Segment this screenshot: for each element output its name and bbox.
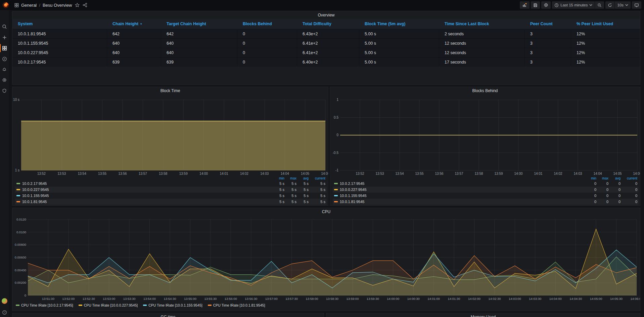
- svg-text:13:54:30: 13:54:30: [164, 297, 176, 301]
- table-cell: 12%: [571, 29, 640, 38]
- panel-title-gc-time[interactable]: GC time: [12, 313, 324, 317]
- column-header[interactable]: Total Difficulty: [297, 19, 359, 29]
- table-cell: 640: [107, 48, 161, 57]
- legend-series-label[interactable]: CPU Time IRate [10.0.0.227:9545]: [79, 303, 138, 307]
- svg-text:14:04:00: 14:04:00: [549, 297, 562, 301]
- legend-stat-header[interactable]: avg: [608, 176, 620, 180]
- legend-stat-header[interactable]: avg: [296, 176, 309, 180]
- legend-series-label[interactable]: 10.0.2.17:9545: [16, 182, 272, 186]
- svg-text:13:54: 13:54: [395, 172, 404, 175]
- legend-stat-value: 0: [608, 194, 620, 198]
- zoom-out-button[interactable]: [595, 1, 604, 9]
- dashboard-settings-button[interactable]: [541, 1, 551, 9]
- explore-compass-icon[interactable]: [0, 54, 9, 64]
- column-header[interactable]: % Peer Limit Used: [571, 19, 640, 29]
- series-color-swatch: [334, 183, 338, 184]
- svg-text:14:02:00: 14:02:00: [468, 297, 480, 301]
- table-cell: 10.0.0.227:9545: [12, 48, 107, 57]
- svg-text:13:52:30: 13:52:30: [83, 297, 95, 301]
- blocks-behind-chart[interactable]: 10.50-0.5-113:5213:5313:5413:5513:5613:5…: [330, 95, 640, 177]
- dashboards-icon[interactable]: [0, 43, 9, 53]
- legend-series-label[interactable]: 10.0.0.227:9545: [334, 188, 584, 192]
- legend-stat-value: 0: [584, 188, 596, 192]
- series-color-swatch: [334, 189, 338, 190]
- column-header[interactable]: Chain Height▾: [107, 19, 161, 29]
- legend-series-label[interactable]: 10.0.1.81:9545: [334, 200, 584, 204]
- svg-text:13:57:00: 13:57:00: [265, 297, 278, 301]
- column-header[interactable]: System: [12, 19, 107, 29]
- legend-series-label[interactable]: CPU Time IRate [10.0.1.81:9545]: [208, 303, 265, 307]
- svg-text:14:01:30: 14:01:30: [448, 297, 460, 301]
- grafana-logo-icon[interactable]: [2, 1, 9, 9]
- table-cell: 6.40e+2: [297, 57, 359, 67]
- column-header[interactable]: Peer Count: [525, 19, 571, 29]
- alerting-bell-icon[interactable]: [0, 65, 9, 74]
- legend-series-label[interactable]: CPU Time IRate [10.0.2.17:9545]: [16, 303, 73, 307]
- panel-title-overview[interactable]: Overview: [12, 11, 640, 19]
- legend-series-label[interactable]: 10.0.0.227:9545: [16, 188, 272, 192]
- cpu-legend: CPU Time IRate [10.0.2.17:9545]CPU Time …: [16, 303, 265, 307]
- help-icon[interactable]: ?: [0, 308, 9, 317]
- block-time-chart[interactable]: 10 s1 s13:5213:5313:5413:5513:5613:5713:…: [12, 95, 328, 177]
- column-header[interactable]: Block Time (5m avg): [359, 19, 439, 29]
- legend-series-label[interactable]: 10.0.2.17:9545: [334, 182, 584, 186]
- create-plus-icon[interactable]: [0, 33, 9, 42]
- panel-memory-used: Memory Used: [326, 313, 640, 317]
- share-icon[interactable]: [83, 3, 87, 7]
- svg-text:1: 1: [336, 98, 338, 102]
- breadcrumb-dashboard-title[interactable]: Besu Overview: [43, 3, 72, 8]
- legend-stat-value: 5 s: [284, 200, 296, 204]
- svg-text:13:53:30: 13:53:30: [123, 297, 136, 301]
- svg-text:14:05:00: 14:05:00: [590, 297, 602, 301]
- legend-series-label[interactable]: 10.0.1.155:9545: [334, 194, 584, 198]
- table-cell: 3: [525, 29, 571, 38]
- panel-title-cpu[interactable]: CPU: [12, 208, 640, 215]
- legend-stat-header[interactable]: min: [272, 176, 284, 180]
- blocks-behind-legend: minmaxavgcurrent10.0.2.17:9545000010.0.0…: [333, 176, 639, 205]
- column-header[interactable]: Blocks Behind: [237, 19, 297, 29]
- legend-stat-value: 5 s: [309, 200, 325, 204]
- configuration-gear-icon[interactable]: [0, 75, 9, 85]
- legend-stat-value: 5 s: [309, 188, 325, 192]
- star-icon[interactable]: [75, 3, 80, 7]
- legend-stat-header[interactable]: max: [284, 176, 296, 180]
- breadcrumb-folder[interactable]: General: [21, 3, 37, 8]
- svg-text:13:57:30: 13:57:30: [285, 297, 298, 301]
- svg-text:13:53:00: 13:53:00: [103, 297, 115, 301]
- cpu-chart[interactable]: 0.01200.01000.008000.006000.004000.00200…: [12, 216, 640, 304]
- svg-text:10 s: 10 s: [13, 98, 19, 102]
- legend-series-label[interactable]: CPU Time IRate [10.0.1.155:9545]: [143, 303, 202, 307]
- panel-title-memory-used[interactable]: Memory Used: [326, 313, 640, 317]
- svg-text:14:00:30: 14:00:30: [407, 297, 420, 301]
- server-admin-shield-icon[interactable]: [0, 86, 9, 95]
- save-dashboard-button[interactable]: [531, 1, 540, 9]
- search-icon[interactable]: [0, 22, 9, 31]
- user-avatar[interactable]: [0, 296, 9, 306]
- refresh-interval-picker[interactable]: 10s: [614, 1, 631, 9]
- panel-title-block-time[interactable]: Block Time: [12, 87, 328, 94]
- legend-stat-header[interactable]: max: [596, 176, 608, 180]
- series-color-swatch: [334, 201, 338, 202]
- panel-title-blocks-behind[interactable]: Blocks Behind: [330, 87, 640, 94]
- legend-stat-value: 0: [596, 194, 608, 198]
- chevron-down-icon: [589, 4, 592, 6]
- legend-stat-value: 5 s: [272, 194, 284, 198]
- svg-text:14:05: 14:05: [613, 172, 622, 175]
- refresh-button[interactable]: [605, 1, 614, 9]
- time-range-picker[interactable]: Last 15 minutes: [552, 1, 595, 9]
- svg-text:14:04: 14:04: [593, 172, 602, 175]
- svg-text:14:03: 14:03: [260, 172, 269, 175]
- legend-stat-header[interactable]: current: [620, 176, 637, 180]
- svg-text:13:53: 13:53: [375, 172, 384, 175]
- svg-text:14:00: 14:00: [514, 172, 522, 175]
- add-panel-button[interactable]: [520, 1, 530, 9]
- svg-text:?: ?: [4, 311, 5, 314]
- column-header[interactable]: Target Chain Height: [161, 19, 237, 29]
- legend-series-label[interactable]: 10.0.1.155:9545: [16, 194, 272, 198]
- column-header[interactable]: Time Since Last Block: [439, 19, 525, 29]
- legend-stat-header[interactable]: current: [309, 176, 325, 180]
- legend-stat-header[interactable]: min: [584, 176, 596, 180]
- legend-series-label[interactable]: 10.0.1.81:9545: [16, 200, 272, 204]
- svg-text:13:58: 13:58: [474, 172, 483, 175]
- kiosk-mode-button[interactable]: [632, 1, 641, 9]
